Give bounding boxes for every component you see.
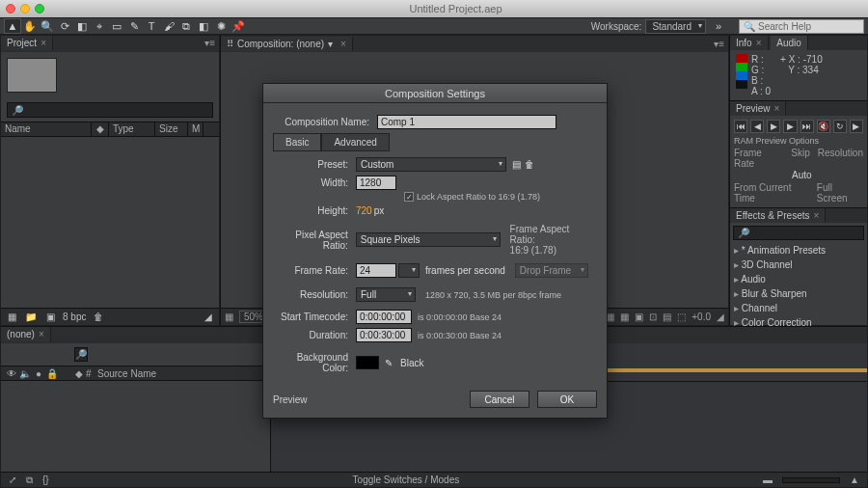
height-value[interactable]: 720	[356, 205, 372, 216]
bg-color-swatch[interactable]	[356, 356, 379, 369]
width-input[interactable]	[356, 176, 396, 190]
cancel-button[interactable]: Cancel	[470, 391, 529, 408]
par-dropdown[interactable]: Square Pixels	[356, 232, 501, 247]
delete-preset-icon[interactable]: 🗑	[525, 159, 534, 170]
lock-aspect-checkbox[interactable]: ✓	[404, 192, 414, 202]
drop-frame-dropdown[interactable]: Drop Frame	[515, 263, 588, 278]
ok-button[interactable]: OK	[537, 391, 597, 408]
lock-aspect-label: Lock Aspect Ratio to 16:9 (1.78)	[417, 192, 540, 202]
advanced-tab[interactable]: Advanced	[321, 133, 389, 151]
frame-rate-dropdown[interactable]	[398, 263, 420, 278]
bg-color-name: Black	[400, 358, 423, 368]
comp-name-label: Composition Name:	[273, 117, 377, 127]
eyedropper-icon[interactable]: ✎	[385, 358, 393, 368]
preview-checkbox-label[interactable]: Preview	[273, 394, 308, 405]
resolution-dropdown[interactable]: Full	[356, 287, 416, 302]
composition-settings-dialog: Composition Settings Composition Name: B…	[262, 83, 608, 419]
frame-rate-input[interactable]	[356, 263, 396, 278]
preset-dropdown[interactable]: Custom	[356, 157, 506, 172]
start-timecode-input[interactable]	[356, 310, 412, 324]
save-preset-icon[interactable]: ▤	[512, 159, 521, 170]
resolution-note: 1280 x 720, 3.5 MB per 8bpc frame	[425, 290, 561, 300]
basic-tab[interactable]: Basic	[273, 133, 321, 151]
comp-name-input[interactable]	[377, 115, 556, 129]
dialog-title: Composition Settings	[263, 84, 607, 103]
duration-input[interactable]	[356, 328, 412, 342]
